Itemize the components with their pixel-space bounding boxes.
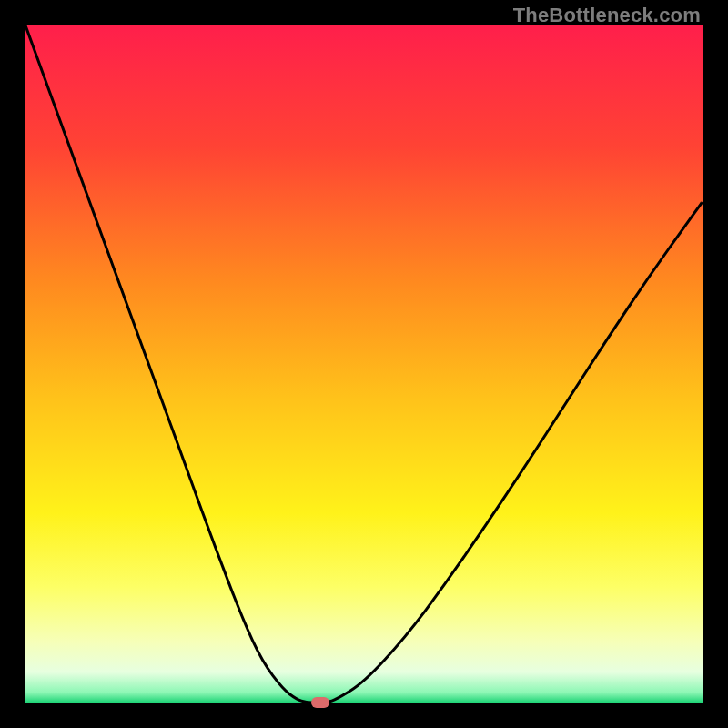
plot-area: [25, 25, 703, 703]
curve-layer: [25, 25, 703, 703]
bottleneck-curve-path: [25, 25, 703, 703]
optimal-marker: [311, 697, 329, 708]
chart-frame: TheBottleneck.com: [0, 0, 728, 728]
watermark-text: TheBottleneck.com: [513, 4, 701, 27]
